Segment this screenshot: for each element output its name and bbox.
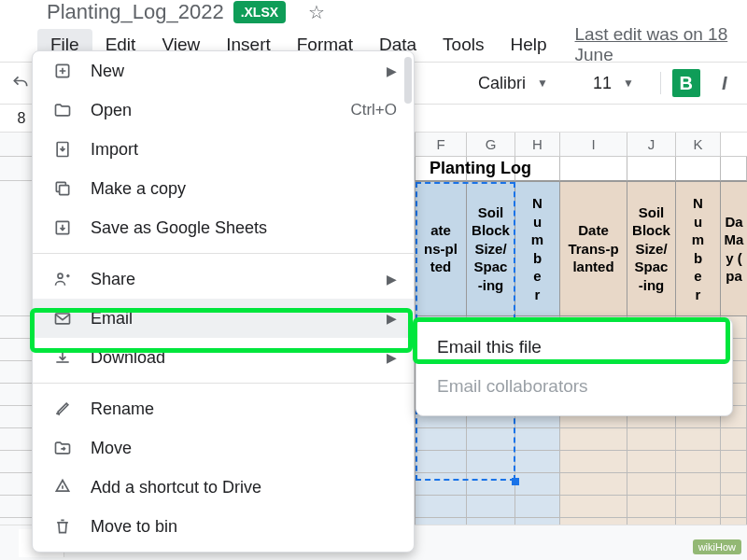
menu-label: Download — [91, 348, 165, 368]
menu-item-save-as-sheets[interactable]: Save as Google Sheets — [33, 208, 414, 247]
col-header-k[interactable]: K — [676, 133, 721, 156]
email-icon — [51, 307, 74, 329]
header-cell: Soil Block Size/ Spac -ing — [467, 181, 515, 316]
menu-item-rename[interactable]: Rename — [33, 389, 414, 428]
bold-button[interactable]: B — [672, 69, 700, 97]
menu-item-move[interactable]: Move — [33, 428, 414, 468]
file-type-badge: .XLSX — [233, 1, 286, 23]
col-header-h[interactable]: H — [515, 133, 560, 156]
submenu-arrow-icon: ▶ — [387, 272, 397, 287]
svg-rect-2 — [60, 186, 69, 195]
font-size-select[interactable]: 11 — [585, 70, 619, 97]
font-family-select[interactable]: Calibri — [471, 70, 533, 97]
star-icon[interactable]: ☆ — [308, 1, 325, 23]
menu-item-open[interactable]: Open Ctrl+O — [33, 91, 414, 130]
italic-button[interactable]: I — [712, 70, 738, 96]
document-title[interactable]: Planting_Log_2022 — [47, 0, 224, 24]
menu-tools[interactable]: Tools — [430, 29, 497, 61]
col-header-g[interactable]: G — [467, 133, 515, 156]
copy-icon — [51, 177, 74, 200]
divider — [33, 253, 414, 254]
col-header-f[interactable]: F — [416, 133, 467, 156]
submenu-arrow-icon: ▶ — [387, 63, 397, 78]
rename-icon — [51, 398, 74, 420]
submenu-email-this-file[interactable]: Email this file — [416, 328, 732, 367]
header-cell: ate ns-pl ted — [416, 181, 467, 316]
file-menu-dropdown: New ▶ Open Ctrl+O Import Make a copy Sav… — [32, 50, 415, 553]
download-icon — [51, 346, 74, 369]
col-header-i[interactable]: I — [560, 133, 627, 156]
selection-handle[interactable] — [512, 478, 519, 485]
menu-item-make-copy[interactable]: Make a copy — [33, 169, 414, 208]
menu-label: Import — [91, 140, 138, 160]
watermark: wikiHow — [693, 539, 741, 554]
header-cell: N u m b e r — [676, 181, 721, 316]
menu-item-share[interactable]: Share ▶ — [33, 259, 414, 299]
menu-label: Rename — [91, 399, 154, 419]
menu-item-email[interactable]: Email ▶ — [33, 299, 414, 338]
col-header-j[interactable]: J — [627, 133, 676, 156]
header-cell: Date Trans-p lanted — [560, 181, 627, 316]
keyboard-shortcut: Ctrl+O — [350, 101, 397, 119]
menu-label: Share — [91, 270, 135, 289]
menu-help[interactable]: Help — [497, 29, 559, 61]
merged-cell-title: Planting Log — [430, 159, 531, 178]
divider — [33, 383, 414, 384]
menu-label: Make a copy — [91, 179, 186, 199]
chevron-down-icon[interactable]: ▼ — [537, 77, 548, 90]
header-cell: N u m b e r — [515, 181, 560, 316]
menu-label: Move — [91, 439, 132, 458]
menu-label: Move to bin — [91, 517, 177, 537]
menu-label: Add a shortcut to Drive — [91, 478, 261, 497]
menu-label: New — [91, 62, 124, 81]
undo-icon[interactable] — [7, 70, 34, 96]
menu-item-add-shortcut[interactable]: Add a shortcut to Drive — [33, 468, 414, 507]
menu-label: Open — [91, 101, 132, 120]
menu-label: Save as Google Sheets — [91, 218, 267, 238]
svg-point-4 — [58, 273, 63, 278]
folder-icon — [51, 99, 74, 121]
share-icon — [51, 268, 74, 290]
chevron-down-icon[interactable]: ▼ — [623, 77, 634, 90]
menu-label: Email — [91, 309, 133, 329]
trash-icon — [51, 515, 74, 538]
save-icon — [51, 217, 74, 239]
email-submenu: Email this file Email collaborators — [416, 317, 733, 416]
menu-item-move-to-bin[interactable]: Move to bin — [33, 507, 414, 546]
menu-item-new[interactable]: New ▶ — [33, 51, 414, 91]
divider — [660, 72, 661, 94]
last-edit-link[interactable]: Last edit was on 18 June — [575, 24, 747, 65]
drive-shortcut-icon — [51, 476, 74, 498]
submenu-arrow-icon: ▶ — [387, 350, 397, 365]
submenu-email-collaborators: Email collaborators — [416, 367, 732, 406]
menu-item-import[interactable]: Import — [33, 130, 414, 169]
submenu-arrow-icon: ▶ — [387, 311, 397, 326]
header-cell: Da Ma y ( pa — [721, 181, 747, 316]
move-folder-icon — [51, 437, 74, 459]
header-cell: Soil Block Size/ Spac -ing — [627, 181, 676, 316]
new-file-icon — [51, 60, 74, 82]
menu-item-download[interactable]: Download ▶ — [33, 338, 414, 377]
import-icon — [51, 138, 74, 161]
